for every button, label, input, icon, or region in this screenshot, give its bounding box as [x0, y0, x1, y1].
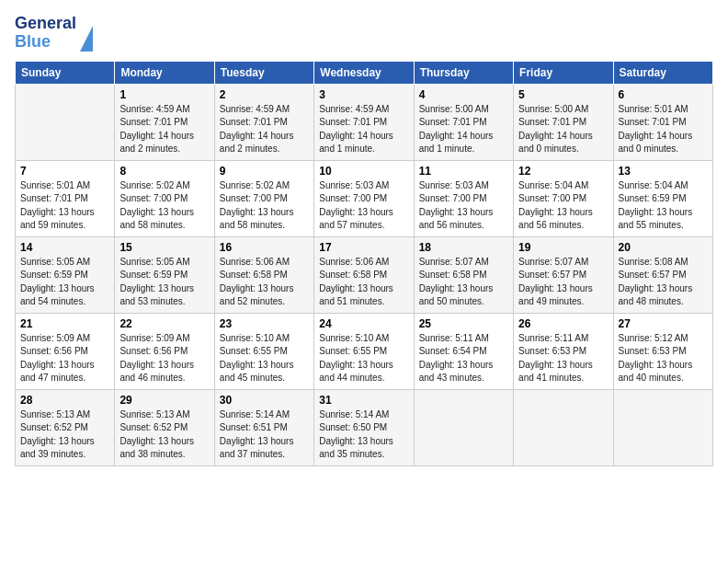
calendar-cell: 20Sunrise: 5:08 AM Sunset: 6:57 PM Dayli…	[613, 236, 712, 313]
day-number: 11	[419, 165, 508, 178]
calendar-cell	[16, 84, 115, 160]
day-number: 25	[419, 317, 508, 330]
calendar-cell: 17Sunrise: 5:06 AM Sunset: 6:58 PM Dayli…	[314, 236, 414, 313]
calendar-week-row: 21Sunrise: 5:09 AM Sunset: 6:56 PM Dayli…	[16, 313, 713, 389]
day-number: 1	[119, 88, 209, 101]
calendar-cell: 28Sunrise: 5:13 AM Sunset: 6:52 PM Dayli…	[16, 389, 115, 465]
day-number: 23	[220, 317, 309, 330]
day-info: Sunrise: 4:59 AM Sunset: 7:01 PM Dayligh…	[220, 103, 309, 156]
calendar-cell: 14Sunrise: 5:05 AM Sunset: 6:59 PM Dayli…	[16, 236, 115, 313]
day-number: 26	[518, 317, 608, 330]
day-number: 21	[20, 317, 109, 330]
day-number: 5	[518, 88, 608, 101]
calendar-week-row: 28Sunrise: 5:13 AM Sunset: 6:52 PM Dayli…	[16, 389, 713, 465]
day-number: 4	[419, 88, 508, 101]
day-number: 27	[619, 317, 708, 330]
logo-line1: General	[15, 15, 76, 33]
day-info: Sunrise: 4:59 AM Sunset: 7:01 PM Dayligh…	[319, 103, 408, 156]
calendar-cell: 24Sunrise: 5:10 AM Sunset: 6:55 PM Dayli…	[314, 313, 414, 389]
day-info: Sunrise: 5:11 AM Sunset: 6:53 PM Dayligh…	[518, 332, 608, 385]
day-info: Sunrise: 5:06 AM Sunset: 6:58 PM Dayligh…	[319, 256, 408, 309]
calendar-cell: 13Sunrise: 5:04 AM Sunset: 6:59 PM Dayli…	[613, 160, 712, 236]
day-info: Sunrise: 5:00 AM Sunset: 7:01 PM Dayligh…	[518, 103, 608, 156]
calendar-cell	[613, 389, 712, 465]
calendar-cell: 4Sunrise: 5:00 AM Sunset: 7:01 PM Daylig…	[414, 84, 513, 160]
day-number: 17	[319, 241, 408, 254]
calendar-cell: 15Sunrise: 5:05 AM Sunset: 6:59 PM Dayli…	[115, 236, 214, 313]
calendar-cell: 2Sunrise: 4:59 AM Sunset: 7:01 PM Daylig…	[214, 84, 313, 160]
day-info: Sunrise: 5:01 AM Sunset: 7:01 PM Dayligh…	[20, 179, 109, 233]
day-info: Sunrise: 5:07 AM Sunset: 6:57 PM Dayligh…	[518, 256, 608, 309]
day-info: Sunrise: 5:09 AM Sunset: 6:56 PM Dayligh…	[20, 332, 109, 385]
day-info: Sunrise: 5:05 AM Sunset: 6:59 PM Dayligh…	[20, 256, 109, 309]
column-header-monday: Monday	[115, 61, 214, 84]
day-number: 24	[319, 317, 408, 330]
calendar-cell: 18Sunrise: 5:07 AM Sunset: 6:58 PM Dayli…	[414, 236, 513, 313]
day-number: 7	[20, 165, 109, 178]
calendar-cell: 9Sunrise: 5:02 AM Sunset: 7:00 PM Daylig…	[214, 160, 313, 236]
calendar-cell: 7Sunrise: 5:01 AM Sunset: 7:01 PM Daylig…	[16, 160, 115, 236]
day-number: 31	[319, 394, 408, 407]
day-number: 22	[119, 317, 209, 330]
day-number: 16	[220, 241, 309, 254]
day-info: Sunrise: 5:08 AM Sunset: 6:57 PM Dayligh…	[619, 256, 708, 309]
day-info: Sunrise: 5:09 AM Sunset: 6:56 PM Dayligh…	[119, 332, 209, 385]
day-number: 29	[119, 394, 209, 407]
column-header-wednesday: Wednesday	[314, 61, 414, 84]
day-info: Sunrise: 5:14 AM Sunset: 6:50 PM Dayligh…	[319, 408, 408, 462]
calendar-cell: 16Sunrise: 5:06 AM Sunset: 6:58 PM Dayli…	[214, 236, 313, 313]
calendar-week-row: 1Sunrise: 4:59 AM Sunset: 7:01 PM Daylig…	[16, 84, 713, 160]
day-number: 20	[619, 241, 708, 254]
column-header-friday: Friday	[514, 61, 613, 84]
day-number: 18	[419, 241, 508, 254]
calendar-cell	[414, 389, 513, 465]
day-info: Sunrise: 5:10 AM Sunset: 6:55 PM Dayligh…	[220, 332, 309, 385]
day-info: Sunrise: 5:07 AM Sunset: 6:58 PM Dayligh…	[419, 256, 508, 309]
day-number: 15	[119, 241, 209, 254]
day-info: Sunrise: 5:04 AM Sunset: 7:00 PM Dayligh…	[518, 179, 608, 233]
day-info: Sunrise: 5:04 AM Sunset: 6:59 PM Dayligh…	[619, 179, 708, 233]
day-number: 14	[20, 241, 109, 254]
day-number: 10	[319, 165, 408, 178]
calendar-cell: 22Sunrise: 5:09 AM Sunset: 6:56 PM Dayli…	[115, 313, 214, 389]
column-header-saturday: Saturday	[613, 61, 712, 84]
calendar-cell: 8Sunrise: 5:02 AM Sunset: 7:00 PM Daylig…	[115, 160, 214, 236]
calendar-week-row: 14Sunrise: 5:05 AM Sunset: 6:59 PM Dayli…	[16, 236, 713, 313]
day-info: Sunrise: 5:14 AM Sunset: 6:51 PM Dayligh…	[220, 408, 309, 462]
day-info: Sunrise: 5:02 AM Sunset: 7:00 PM Dayligh…	[119, 179, 209, 233]
calendar-header-row: SundayMondayTuesdayWednesdayThursdayFrid…	[16, 61, 713, 84]
day-number: 19	[518, 241, 608, 254]
day-info: Sunrise: 5:03 AM Sunset: 7:00 PM Dayligh…	[419, 179, 508, 233]
calendar-cell: 29Sunrise: 5:13 AM Sunset: 6:52 PM Dayli…	[115, 389, 214, 465]
day-info: Sunrise: 5:02 AM Sunset: 7:00 PM Dayligh…	[220, 179, 309, 233]
day-number: 12	[518, 165, 608, 178]
calendar-cell: 10Sunrise: 5:03 AM Sunset: 7:00 PM Dayli…	[314, 160, 414, 236]
day-info: Sunrise: 5:01 AM Sunset: 7:01 PM Dayligh…	[619, 103, 708, 156]
day-info: Sunrise: 5:10 AM Sunset: 6:55 PM Dayligh…	[319, 332, 408, 385]
logo: General Blue	[15, 15, 93, 52]
day-number: 8	[119, 165, 209, 178]
day-number: 3	[319, 88, 408, 101]
column-header-thursday: Thursday	[414, 61, 513, 84]
page-header: General Blue	[15, 15, 713, 52]
day-info: Sunrise: 5:00 AM Sunset: 7:01 PM Dayligh…	[419, 103, 508, 156]
calendar-cell: 6Sunrise: 5:01 AM Sunset: 7:01 PM Daylig…	[613, 84, 712, 160]
day-number: 28	[20, 394, 109, 407]
calendar-cell	[514, 389, 613, 465]
calendar-cell: 1Sunrise: 4:59 AM Sunset: 7:01 PM Daylig…	[115, 84, 214, 160]
day-info: Sunrise: 5:06 AM Sunset: 6:58 PM Dayligh…	[220, 256, 309, 309]
day-info: Sunrise: 5:13 AM Sunset: 6:52 PM Dayligh…	[119, 408, 209, 462]
day-info: Sunrise: 5:12 AM Sunset: 6:53 PM Dayligh…	[619, 332, 708, 385]
logo-line2: Blue	[15, 33, 76, 52]
day-number: 13	[619, 165, 708, 178]
calendar-cell: 27Sunrise: 5:12 AM Sunset: 6:53 PM Dayli…	[613, 313, 712, 389]
calendar-cell: 19Sunrise: 5:07 AM Sunset: 6:57 PM Dayli…	[514, 236, 613, 313]
calendar-cell: 11Sunrise: 5:03 AM Sunset: 7:00 PM Dayli…	[414, 160, 513, 236]
column-header-tuesday: Tuesday	[214, 61, 313, 84]
calendar-cell: 21Sunrise: 5:09 AM Sunset: 6:56 PM Dayli…	[16, 313, 115, 389]
calendar-cell: 23Sunrise: 5:10 AM Sunset: 6:55 PM Dayli…	[214, 313, 313, 389]
calendar-week-row: 7Sunrise: 5:01 AM Sunset: 7:01 PM Daylig…	[16, 160, 713, 236]
day-info: Sunrise: 5:05 AM Sunset: 6:59 PM Dayligh…	[119, 256, 209, 309]
day-number: 6	[619, 88, 708, 101]
day-info: Sunrise: 5:03 AM Sunset: 7:00 PM Dayligh…	[319, 179, 408, 233]
